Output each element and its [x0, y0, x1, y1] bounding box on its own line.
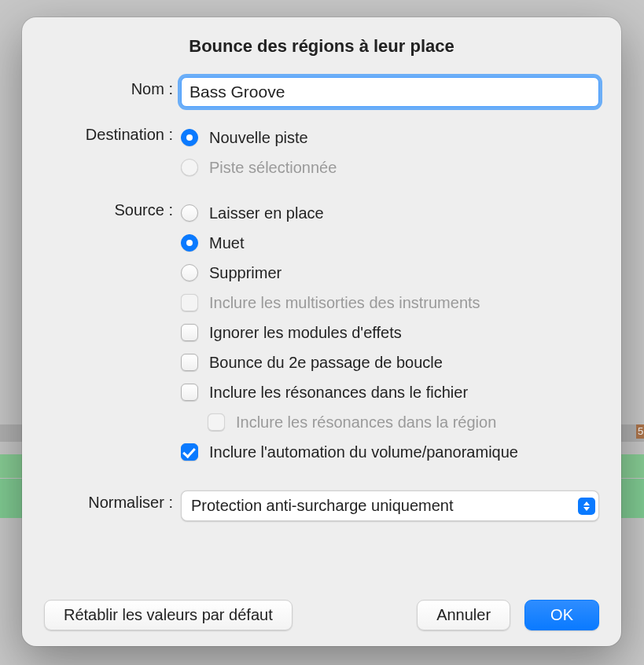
row-destination: Destination : Nouvelle piste Piste sélec…: [44, 123, 599, 182]
checkbox-icon: [181, 294, 198, 311]
radio-icon: [181, 129, 198, 146]
name-label: Nom :: [44, 77, 181, 98]
check-include-automation[interactable]: Inclure l'automation du volume/panoramiq…: [181, 437, 599, 467]
radio-icon: [181, 234, 198, 252]
bounce-dialog: Bounce des régions à leur place Nom : De…: [22, 17, 621, 646]
row-normalize: Normaliser : Protection anti-surcharge u…: [44, 490, 599, 521]
checkbox-label: Ignorer les modules d'effets: [209, 324, 402, 342]
name-input[interactable]: [181, 77, 599, 107]
checkbox-label: Bounce du 2e passage de boucle: [209, 354, 443, 372]
radio-label: Laisser en place: [209, 204, 324, 222]
normalize-select[interactable]: Protection anti-surcharge uniquement: [181, 490, 599, 521]
checkbox-icon: [208, 413, 225, 431]
dialog-footer: Rétablir les valeurs par défaut Annuler …: [44, 571, 599, 630]
checkbox-label: Inclure les multisorties des instruments: [209, 294, 480, 312]
source-delete[interactable]: Supprimer: [181, 258, 599, 288]
check-bypass-fx[interactable]: Ignorer les modules d'effets: [181, 318, 599, 347]
check-tail-file[interactable]: Inclure les résonances dans le fichier: [181, 377, 599, 407]
radio-label: Nouvelle piste: [209, 129, 308, 147]
checkbox-icon: [181, 443, 198, 461]
radio-label: Piste sélectionnée: [209, 159, 337, 177]
radio-label: Muet: [209, 234, 244, 252]
checkbox-icon: [181, 324, 198, 341]
row-source: Source : Laisser en place Muet Supprimer…: [44, 198, 599, 467]
normalize-label: Normaliser :: [44, 490, 181, 512]
chevron-up-down-icon: [578, 498, 595, 515]
checkbox-label: Inclure les résonances dans la région: [236, 413, 496, 432]
source-mute[interactable]: Muet: [181, 228, 599, 258]
radio-label: Supprimer: [209, 264, 282, 282]
checkbox-icon: [181, 354, 198, 371]
check-include-multi: Inclure les multisorties des instruments: [181, 288, 599, 318]
destination-new-track[interactable]: Nouvelle piste: [181, 123, 599, 152]
radio-icon: [181, 204, 198, 222]
normalize-select-button[interactable]: Protection anti-surcharge uniquement: [181, 490, 599, 521]
destination-selected-track: Piste sélectionnée: [181, 152, 599, 182]
row-name: Nom :: [44, 77, 599, 107]
checkbox-label: Inclure l'automation du volume/panoramiq…: [209, 443, 518, 461]
radio-icon: [181, 159, 198, 176]
restore-defaults-button[interactable]: Rétablir les valeurs par défaut: [44, 600, 293, 630]
ok-button[interactable]: OK: [524, 600, 599, 630]
checkbox-label: Inclure les résonances dans le fichier: [209, 384, 468, 402]
destination-label: Destination :: [44, 123, 181, 144]
dialog-form: Nom : Destination : Nouvelle piste Piste…: [44, 77, 599, 571]
checkbox-icon: [181, 384, 198, 401]
cancel-button[interactable]: Annuler: [417, 600, 510, 630]
dialog-title: Bounce des régions à leur place: [44, 36, 599, 57]
check-tail-region: Inclure les résonances dans la région: [181, 407, 599, 437]
radio-icon: [181, 264, 198, 281]
source-label: Source :: [44, 198, 181, 219]
check-second-cycle[interactable]: Bounce du 2e passage de boucle: [181, 347, 599, 377]
source-leave[interactable]: Laisser en place: [181, 198, 599, 228]
